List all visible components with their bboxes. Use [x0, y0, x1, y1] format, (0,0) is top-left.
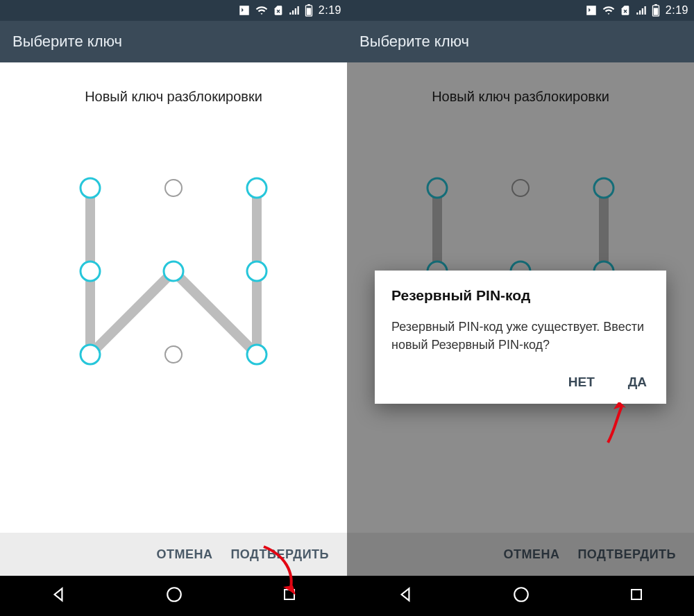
svg-rect-13: [285, 590, 294, 599]
app-bar-title: Выберите ключ: [12, 33, 122, 51]
instruction-text: Новый ключ разблокировки: [0, 62, 347, 112]
button-bar: ОТМЕНА ПОДТВЕРДИТЬ: [347, 533, 694, 576]
status-time: 2:19: [666, 4, 688, 17]
svg-point-8: [247, 262, 266, 281]
svg-point-26: [514, 588, 528, 601]
battery-icon: [652, 4, 660, 17]
nav-bar: [347, 576, 694, 616]
dialog-actions: НЕТ ДА: [391, 370, 650, 394]
nav-home-icon[interactable]: [165, 585, 183, 606]
nav-recent-icon[interactable]: [628, 586, 645, 606]
wifi-icon: [602, 4, 616, 17]
svg-point-12: [167, 588, 181, 601]
dialog-yes-button[interactable]: ДА: [625, 370, 650, 394]
sd-card-icon: [620, 4, 631, 17]
cancel-button[interactable]: ОТМЕНА: [503, 547, 559, 562]
svg-point-11: [247, 345, 266, 364]
wifi-icon: [255, 4, 269, 17]
svg-point-17: [428, 178, 447, 198]
nav-bar: [0, 576, 347, 616]
confirm-button[interactable]: ПОДТВЕРДИТЬ: [577, 547, 676, 562]
svg-rect-15: [654, 4, 657, 6]
nav-home-icon[interactable]: [512, 585, 530, 606]
nav-back-icon[interactable]: [396, 585, 414, 606]
svg-rect-1: [307, 4, 310, 6]
pattern-lock[interactable]: [0, 112, 347, 533]
phone-screen-left: 2:19 Выберите ключ Новый ключ разблокиро…: [0, 0, 347, 616]
svg-point-3: [81, 178, 100, 198]
status-bar: 2:19: [347, 0, 694, 21]
nfc-icon: [238, 4, 251, 17]
svg-rect-16: [654, 8, 658, 15]
svg-point-7: [164, 262, 183, 281]
dialog-no-button[interactable]: НЕТ: [566, 370, 598, 394]
app-bar: Выберите ключ: [0, 21, 347, 62]
svg-point-4: [165, 180, 182, 196]
dialog-title: Резервный PIN-код: [391, 287, 650, 304]
phone-screen-right: 2:19 Выберите ключ Новый ключ разблокиро…: [347, 0, 694, 616]
signal-icon: [635, 4, 648, 17]
status-bar: 2:19: [0, 0, 347, 21]
nav-recent-icon[interactable]: [281, 586, 298, 606]
sd-card-icon: [273, 4, 284, 17]
confirm-button[interactable]: ПОДТВЕРДИТЬ: [230, 547, 329, 562]
button-bar: ОТМЕНА ПОДТВЕРДИТЬ: [0, 533, 347, 576]
screen-body: Новый ключ разблокировки ОТМЕНА ПОДТВЕРД…: [0, 62, 347, 576]
app-bar: Выберите ключ: [347, 21, 694, 62]
dialog-body: Резервный PIN-код уже существует. Ввести…: [391, 318, 650, 354]
pattern-grid[interactable]: [56, 153, 291, 389]
svg-rect-2: [307, 8, 311, 15]
svg-point-10: [165, 346, 182, 363]
svg-point-6: [81, 262, 100, 281]
svg-rect-27: [632, 590, 641, 599]
nfc-icon: [585, 4, 598, 17]
svg-point-9: [81, 345, 100, 364]
screen-body: Новый ключ разблокировки ОТМЕНА ПОДТВЕРД…: [347, 62, 694, 576]
status-time: 2:19: [319, 4, 341, 17]
svg-point-5: [247, 178, 266, 198]
svg-point-18: [512, 180, 529, 196]
signal-icon: [288, 4, 301, 17]
cancel-button[interactable]: ОТМЕНА: [156, 547, 212, 562]
backup-pin-dialog: Резервный PIN-код Резервный PIN-код уже …: [375, 271, 666, 404]
battery-icon: [305, 4, 313, 17]
app-bar-title: Выберите ключ: [359, 33, 469, 51]
svg-point-19: [594, 178, 613, 198]
instruction-text: Новый ключ разблокировки: [347, 62, 694, 112]
nav-back-icon[interactable]: [49, 585, 67, 606]
